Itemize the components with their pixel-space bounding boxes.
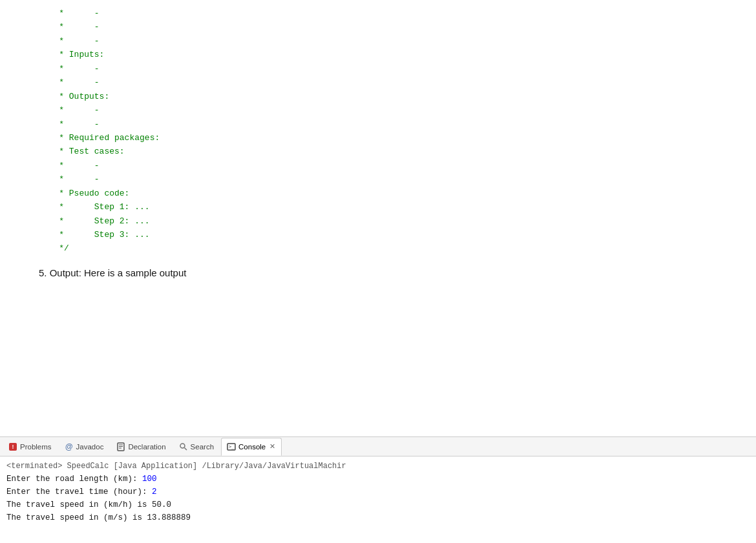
bottom-panel: ! Problems @ Javadoc Declaration: [0, 436, 756, 543]
svg-point-6: [180, 444, 185, 448]
svg-line-7: [184, 447, 187, 450]
console-line-4: The travel speed in (m/s) is 13.888889: [6, 511, 750, 524]
tab-javadoc-label: Javadoc: [76, 443, 104, 451]
code-line: * -: [39, 118, 756, 131]
code-line: */: [39, 241, 756, 255]
code-line: * Inputs:: [39, 48, 756, 61]
code-line: * -: [39, 34, 756, 48]
code-line: * Pseudo code:: [39, 187, 756, 200]
code-block: * - * - * - * Inputs: * - * - * Outputs:…: [39, 6, 756, 256]
code-line: * -: [39, 76, 756, 89]
tab-search-label: Search: [191, 443, 214, 451]
code-line: * -: [39, 172, 756, 186]
tab-javadoc[interactable]: @ Javadoc: [59, 438, 110, 456]
svg-text:!: !: [12, 444, 14, 450]
declaration-icon: [116, 442, 125, 451]
console-output: <terminated> SpeedCalc [Java Application…: [0, 456, 756, 528]
javadoc-icon: @: [65, 442, 74, 451]
console-line-3: The travel speed in (km/h) is 50.0: [6, 498, 750, 511]
tab-declaration[interactable]: Declaration: [110, 438, 171, 456]
svg-text:>_: >_: [229, 444, 235, 449]
code-line: * -: [39, 20, 756, 34]
code-line: * Outputs:: [39, 90, 756, 103]
console-value-2: 2: [152, 487, 157, 497]
code-line: * Step 3: ...: [39, 228, 756, 241]
console-icon: >_: [227, 442, 236, 451]
code-line: * -: [39, 159, 756, 172]
tab-problems[interactable]: ! Problems: [3, 438, 58, 456]
problems-icon: !: [8, 442, 17, 451]
console-value-1: 100: [142, 475, 157, 484]
tab-problems-label: Problems: [20, 443, 52, 451]
code-line: * Step 1: ...: [39, 200, 756, 214]
tab-bar: ! Problems @ Javadoc Declaration: [0, 437, 756, 456]
console-terminated-line: <terminated> SpeedCalc [Java Application…: [6, 460, 750, 473]
code-line: * -: [39, 62, 756, 76]
code-line: * Step 2: ...: [39, 214, 756, 228]
tab-declaration-label: Declaration: [128, 443, 165, 451]
code-line: * -: [39, 103, 756, 117]
code-editor-area: * - * - * - * Inputs: * - * - * Outputs:…: [0, 0, 756, 459]
search-icon: [179, 442, 188, 451]
console-line-1: Enter the road length (km): 100: [6, 473, 750, 486]
code-line: * Test cases:: [39, 145, 756, 158]
console-line-2: Enter the travel time (hour): 2: [6, 486, 750, 498]
console-close-button[interactable]: ✕: [268, 443, 276, 451]
tab-search[interactable]: Search: [173, 438, 220, 456]
tab-console[interactable]: >_ Console ✕: [221, 438, 282, 456]
output-heading: 5. Output: Here is a sample output: [39, 267, 756, 278]
tab-console-label: Console: [238, 443, 266, 451]
code-line: * -: [39, 6, 756, 20]
code-line: * Required packages:: [39, 131, 756, 145]
